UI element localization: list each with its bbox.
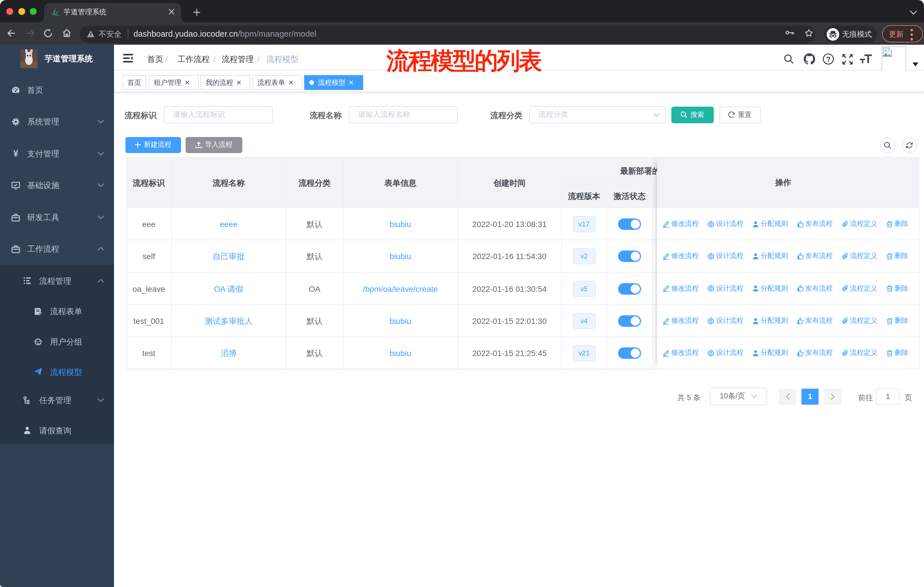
svg-text:¥: ¥ [13, 149, 18, 158]
svg-text:?: ? [826, 55, 831, 64]
